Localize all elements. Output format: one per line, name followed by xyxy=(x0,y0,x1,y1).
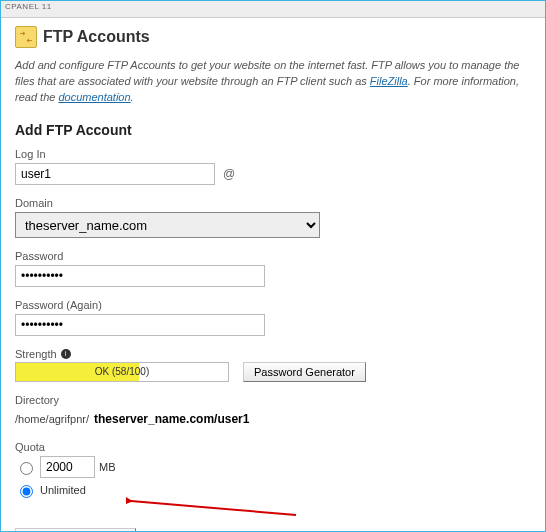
password-again-input[interactable] xyxy=(15,314,265,336)
page-description: Add and configure FTP Accounts to get yo… xyxy=(15,58,531,106)
strength-text: OK (58/100) xyxy=(95,366,149,377)
product-label: CPANEL 11 xyxy=(5,2,52,11)
password-generator-button[interactable]: Password Generator xyxy=(243,362,366,382)
password-label: Password xyxy=(15,250,531,262)
domain-select[interactable]: theserver_name.com xyxy=(15,212,320,238)
info-icon: i xyxy=(61,349,71,359)
password-again-label: Password (Again) xyxy=(15,299,531,311)
quota-label: Quota xyxy=(15,441,531,453)
quota-unlimited-label: Unlimited xyxy=(40,484,86,496)
directory-input[interactable] xyxy=(89,409,259,429)
strength-meter: OK (58/100) xyxy=(15,362,229,382)
window-header: CPANEL 11 xyxy=(1,1,545,18)
login-input[interactable] xyxy=(15,163,215,185)
filezilla-link[interactable]: FileZilla xyxy=(370,75,408,87)
quota-custom-radio[interactable] xyxy=(20,462,33,475)
at-symbol: @ xyxy=(223,167,235,181)
quota-custom-input[interactable] xyxy=(40,456,95,478)
create-ftp-account-button[interactable]: Create FTP Account xyxy=(15,528,136,532)
documentation-link[interactable]: documentation xyxy=(58,91,130,103)
directory-prefix: /home/agrifpnr/ xyxy=(15,413,89,425)
ftp-icon xyxy=(15,26,37,48)
quota-unlimited-radio[interactable] xyxy=(20,485,33,498)
login-label: Log In xyxy=(15,148,531,160)
page-title: FTP Accounts xyxy=(43,28,150,46)
form-heading: Add FTP Account xyxy=(15,122,531,138)
strength-label: Strength xyxy=(15,348,57,360)
page-title-block: FTP Accounts xyxy=(15,26,531,48)
directory-label: Directory xyxy=(15,394,531,406)
domain-label: Domain xyxy=(15,197,531,209)
quota-unit: MB xyxy=(99,461,116,473)
password-input[interactable] xyxy=(15,265,265,287)
